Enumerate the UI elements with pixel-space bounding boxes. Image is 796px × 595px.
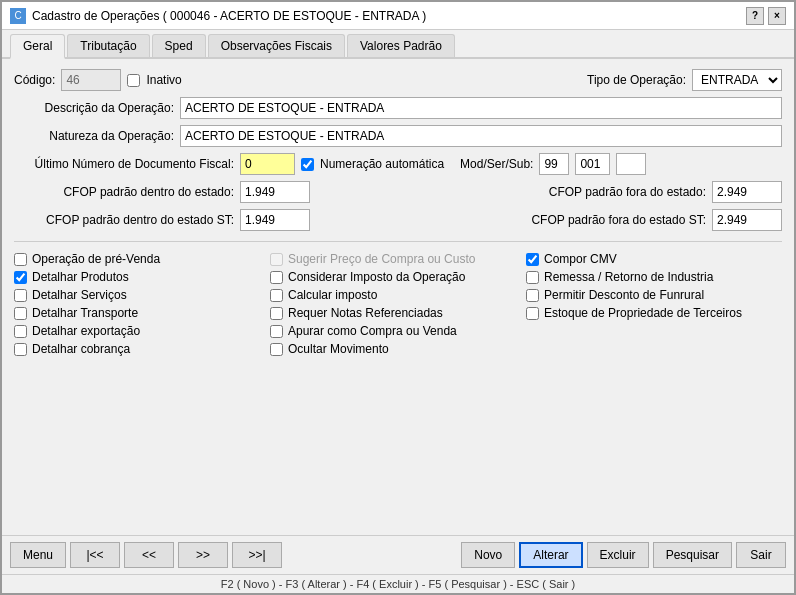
sair-button[interactable]: Sair bbox=[736, 542, 786, 568]
main-window: C Cadastro de Operações ( 000046 - ACERT… bbox=[0, 0, 796, 595]
cfop-dentro-st-label: CFOP padrão dentro do estado ST: bbox=[14, 213, 234, 227]
detalhar-cobranca-item: Detalhar cobrança bbox=[14, 342, 270, 356]
form-content: Código: Inativo Tipo de Operação: ENTRAD… bbox=[2, 59, 794, 535]
apurar-compra-checkbox[interactable] bbox=[270, 325, 283, 338]
divider bbox=[14, 241, 782, 242]
cfop-fora-right: CFOP padrão fora do estado: bbox=[403, 181, 782, 203]
inativo-label: Inativo bbox=[146, 73, 181, 87]
apurar-compra-item: Apurar como Compra ou Venda bbox=[270, 324, 526, 338]
pesquisar-button[interactable]: Pesquisar bbox=[653, 542, 732, 568]
checkboxes-section: Operação de pré-Venda Detalhar Produtos … bbox=[14, 252, 782, 525]
tab-geral[interactable]: Geral bbox=[10, 34, 65, 59]
last-button[interactable]: >>| bbox=[232, 542, 282, 568]
detalhar-cobranca-label: Detalhar cobrança bbox=[32, 342, 130, 356]
remessa-retorno-checkbox[interactable] bbox=[526, 271, 539, 284]
compor-cmv-checkbox[interactable] bbox=[526, 253, 539, 266]
sugerir-preco-checkbox bbox=[270, 253, 283, 266]
cfop-dentro-st-left: CFOP padrão dentro do estado ST: bbox=[14, 209, 393, 231]
detalhar-exportacao-label: Detalhar exportação bbox=[32, 324, 140, 338]
cfop-row2: CFOP padrão dentro do estado ST: CFOP pa… bbox=[14, 209, 782, 231]
checkbox-col1: Operação de pré-Venda Detalhar Produtos … bbox=[14, 252, 270, 525]
calcular-imposto-item: Calcular imposto bbox=[270, 288, 526, 302]
tipo-select[interactable]: ENTRADA SAÍDA bbox=[692, 69, 782, 91]
natureza-input[interactable] bbox=[180, 125, 782, 147]
excluir-button[interactable]: Excluir bbox=[587, 542, 649, 568]
prev-button[interactable]: << bbox=[124, 542, 174, 568]
codigo-label: Código: bbox=[14, 73, 55, 87]
pre-venda-item: Operação de pré-Venda bbox=[14, 252, 270, 266]
detalhar-transporte-item: Detalhar Transporte bbox=[14, 306, 270, 320]
calcular-imposto-checkbox[interactable] bbox=[270, 289, 283, 302]
menu-button[interactable]: Menu bbox=[10, 542, 66, 568]
pre-venda-label: Operação de pré-Venda bbox=[32, 252, 160, 266]
cfop-fora-st-input[interactable] bbox=[712, 209, 782, 231]
detalhar-servicos-checkbox[interactable] bbox=[14, 289, 27, 302]
ocultar-movimento-item: Ocultar Movimento bbox=[270, 342, 526, 356]
pre-venda-checkbox[interactable] bbox=[14, 253, 27, 266]
permitir-desconto-label: Permitir Desconto de Funrural bbox=[544, 288, 704, 302]
window-title: Cadastro de Operações ( 000046 - ACERTO … bbox=[32, 9, 426, 23]
ser-input[interactable] bbox=[575, 153, 610, 175]
detalhar-produtos-item: Detalhar Produtos bbox=[14, 270, 270, 284]
sugerir-preco-label: Sugerir Preço de Compra ou Custo bbox=[288, 252, 475, 266]
detalhar-produtos-checkbox[interactable] bbox=[14, 271, 27, 284]
permitir-desconto-item: Permitir Desconto de Funrural bbox=[526, 288, 782, 302]
detalhar-servicos-item: Detalhar Serviços bbox=[14, 288, 270, 302]
cfop-fora-st-label: CFOP padrão fora do estado ST: bbox=[531, 213, 706, 227]
title-bar: C Cadastro de Operações ( 000046 - ACERT… bbox=[2, 2, 794, 30]
sugerir-preco-item: Sugerir Preço de Compra ou Custo bbox=[270, 252, 526, 266]
tab-observacoes[interactable]: Observações Fiscais bbox=[208, 34, 345, 57]
cfop-fora-st-right: CFOP padrão fora do estado ST: bbox=[403, 209, 782, 231]
compor-cmv-label: Compor CMV bbox=[544, 252, 617, 266]
title-bar-left: C Cadastro de Operações ( 000046 - ACERT… bbox=[10, 8, 426, 24]
estoque-propriedade-label: Estoque de Propriedade de Terceiros bbox=[544, 306, 742, 320]
apurar-compra-label: Apurar como Compra ou Venda bbox=[288, 324, 457, 338]
calcular-imposto-label: Calcular imposto bbox=[288, 288, 377, 302]
requer-notas-item: Requer Notas Referenciadas bbox=[270, 306, 526, 320]
detalhar-produtos-label: Detalhar Produtos bbox=[32, 270, 129, 284]
ocultar-movimento-label: Ocultar Movimento bbox=[288, 342, 389, 356]
natureza-label: Natureza da Operação: bbox=[14, 129, 174, 143]
close-button[interactable]: × bbox=[768, 7, 786, 25]
requer-notas-label: Requer Notas Referenciadas bbox=[288, 306, 443, 320]
detalhar-exportacao-checkbox[interactable] bbox=[14, 325, 27, 338]
novo-button[interactable]: Novo bbox=[461, 542, 515, 568]
tipo-label: Tipo de Operação: bbox=[587, 73, 686, 87]
num-auto-checkbox[interactable] bbox=[301, 158, 314, 171]
detalhar-cobranca-checkbox[interactable] bbox=[14, 343, 27, 356]
codigo-input[interactable] bbox=[61, 69, 121, 91]
detalhar-transporte-label: Detalhar Transporte bbox=[32, 306, 138, 320]
permitir-desconto-checkbox[interactable] bbox=[526, 289, 539, 302]
title-buttons: ? × bbox=[746, 7, 786, 25]
detalhar-exportacao-item: Detalhar exportação bbox=[14, 324, 270, 338]
sub-input[interactable] bbox=[616, 153, 646, 175]
first-button[interactable]: |<< bbox=[70, 542, 120, 568]
ocultar-movimento-checkbox[interactable] bbox=[270, 343, 283, 356]
cfop-dentro-st-input[interactable] bbox=[240, 209, 310, 231]
inativo-checkbox[interactable] bbox=[127, 74, 140, 87]
cfop-dentro-input[interactable] bbox=[240, 181, 310, 203]
tab-valores-padrao[interactable]: Valores Padrão bbox=[347, 34, 455, 57]
requer-notas-checkbox[interactable] bbox=[270, 307, 283, 320]
detalhar-servicos-label: Detalhar Serviços bbox=[32, 288, 127, 302]
next-button[interactable]: >> bbox=[178, 542, 228, 568]
descricao-input[interactable] bbox=[180, 97, 782, 119]
codigo-left: Código: Inativo bbox=[14, 69, 182, 91]
alterar-button[interactable]: Alterar bbox=[519, 542, 582, 568]
num-auto-label: Numeração automática bbox=[320, 157, 444, 171]
mod-input[interactable] bbox=[539, 153, 569, 175]
help-button[interactable]: ? bbox=[746, 7, 764, 25]
cfop-dentro-label: CFOP padrão dentro do estado: bbox=[14, 185, 234, 199]
considerar-imposto-checkbox[interactable] bbox=[270, 271, 283, 284]
tab-sped[interactable]: Sped bbox=[152, 34, 206, 57]
detalhar-transporte-checkbox[interactable] bbox=[14, 307, 27, 320]
ultimo-num-input[interactable] bbox=[240, 153, 295, 175]
estoque-propriedade-checkbox[interactable] bbox=[526, 307, 539, 320]
remessa-retorno-label: Remessa / Retorno de Industria bbox=[544, 270, 713, 284]
status-bar: F2 ( Novo ) - F3 ( Alterar ) - F4 ( Excl… bbox=[2, 574, 794, 593]
checkbox-col2: Sugerir Preço de Compra ou Custo Conside… bbox=[270, 252, 526, 525]
considerar-imposto-item: Considerar Imposto da Operação bbox=[270, 270, 526, 284]
cfop-fora-input[interactable] bbox=[712, 181, 782, 203]
considerar-imposto-label: Considerar Imposto da Operação bbox=[288, 270, 465, 284]
tab-tributacao[interactable]: Tributação bbox=[67, 34, 149, 57]
